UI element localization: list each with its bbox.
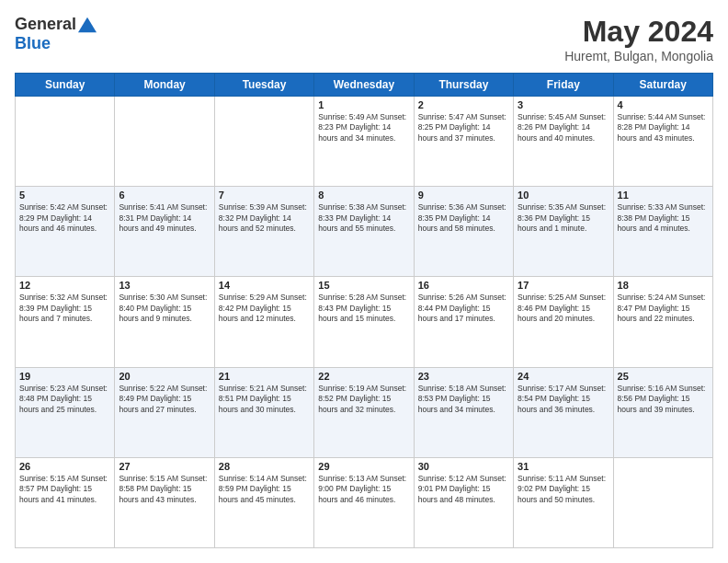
calendar-cell: 23Sunrise: 5:18 AM Sunset: 8:53 PM Dayli… [414, 367, 513, 457]
cell-text: Sunrise: 5:47 AM Sunset: 8:25 PM Dayligh… [418, 112, 509, 144]
day-number: 3 [518, 99, 609, 110]
day-number: 23 [418, 371, 509, 382]
day-number: 31 [518, 461, 609, 472]
calendar-cell: 31Sunrise: 5:11 AM Sunset: 9:02 PM Dayli… [514, 457, 613, 547]
col-wednesday: Wednesday [314, 74, 414, 97]
cell-text: Sunrise: 5:26 AM Sunset: 8:44 PM Dayligh… [418, 293, 509, 324]
calendar-week-5: 26Sunrise: 5:15 AM Sunset: 8:57 PM Dayli… [16, 457, 713, 547]
cell-text: Sunrise: 5:24 AM Sunset: 8:47 PM Dayligh… [618, 293, 709, 324]
cell-text: Sunrise: 5:38 AM Sunset: 8:33 PM Dayligh… [318, 202, 409, 234]
cell-text: Sunrise: 5:12 AM Sunset: 9:01 PM Dayligh… [418, 474, 509, 505]
cell-text: Sunrise: 5:22 AM Sunset: 8:49 PM Dayligh… [119, 384, 210, 415]
cell-text: Sunrise: 5:21 AM Sunset: 8:51 PM Dayligh… [219, 384, 310, 415]
logo-blue: Blue [15, 34, 51, 52]
col-monday: Monday [115, 74, 214, 97]
day-number: 16 [418, 280, 509, 291]
day-number: 27 [119, 461, 210, 472]
cell-text: Sunrise: 5:42 AM Sunset: 8:29 PM Dayligh… [19, 202, 110, 234]
day-number: 28 [219, 461, 310, 472]
calendar-cell [16, 97, 115, 187]
cell-text: Sunrise: 5:35 AM Sunset: 8:36 PM Dayligh… [518, 202, 609, 234]
calendar-cell: 2Sunrise: 5:47 AM Sunset: 8:25 PM Daylig… [414, 97, 513, 187]
cell-text: Sunrise: 5:15 AM Sunset: 8:58 PM Dayligh… [119, 474, 210, 505]
day-number: 30 [418, 461, 509, 472]
calendar-cell: 15Sunrise: 5:28 AM Sunset: 8:43 PM Dayli… [314, 277, 414, 367]
location-subtitle: Huremt, Bulgan, Mongolia [564, 49, 713, 63]
day-number: 9 [418, 190, 509, 201]
calendar-header-row: Sunday Monday Tuesday Wednesday Thursday… [16, 74, 713, 97]
cell-text: Sunrise: 5:33 AM Sunset: 8:38 PM Dayligh… [618, 202, 709, 234]
day-number: 7 [219, 190, 310, 201]
header: General Blue May 2024 Huremt, Bulgan, Mo… [15, 15, 713, 63]
cell-text: Sunrise: 5:23 AM Sunset: 8:48 PM Dayligh… [19, 384, 110, 415]
cell-text: Sunrise: 5:49 AM Sunset: 8:23 PM Dayligh… [318, 112, 409, 144]
col-sunday: Sunday [16, 74, 115, 97]
cell-text: Sunrise: 5:14 AM Sunset: 8:59 PM Dayligh… [219, 474, 310, 505]
calendar-cell: 28Sunrise: 5:14 AM Sunset: 8:59 PM Dayli… [214, 457, 313, 547]
logo-icon [78, 16, 97, 34]
calendar-cell: 20Sunrise: 5:22 AM Sunset: 8:49 PM Dayli… [115, 367, 214, 457]
day-number: 14 [219, 280, 310, 291]
calendar-cell: 10Sunrise: 5:35 AM Sunset: 8:36 PM Dayli… [514, 187, 613, 277]
day-number: 6 [119, 190, 210, 201]
day-number: 4 [618, 99, 709, 110]
day-number: 21 [219, 371, 310, 382]
calendar-week-2: 5Sunrise: 5:42 AM Sunset: 8:29 PM Daylig… [16, 187, 713, 277]
calendar-cell: 18Sunrise: 5:24 AM Sunset: 8:47 PM Dayli… [613, 277, 712, 367]
cell-text: Sunrise: 5:15 AM Sunset: 8:57 PM Dayligh… [19, 474, 110, 505]
calendar-cell: 21Sunrise: 5:21 AM Sunset: 8:51 PM Dayli… [214, 367, 313, 457]
logo-general: General [15, 15, 76, 34]
calendar-cell [115, 97, 214, 187]
cell-text: Sunrise: 5:19 AM Sunset: 8:52 PM Dayligh… [318, 384, 409, 415]
calendar-cell: 13Sunrise: 5:30 AM Sunset: 8:40 PM Dayli… [115, 277, 214, 367]
calendar-cell: 27Sunrise: 5:15 AM Sunset: 8:58 PM Dayli… [115, 457, 214, 547]
cell-text: Sunrise: 5:13 AM Sunset: 9:00 PM Dayligh… [318, 474, 409, 505]
day-number: 5 [19, 190, 110, 201]
calendar-cell: 9Sunrise: 5:36 AM Sunset: 8:35 PM Daylig… [414, 187, 513, 277]
calendar-week-3: 12Sunrise: 5:32 AM Sunset: 8:39 PM Dayli… [16, 277, 713, 367]
day-number: 8 [318, 190, 409, 201]
calendar-cell [613, 457, 712, 547]
calendar-cell: 24Sunrise: 5:17 AM Sunset: 8:54 PM Dayli… [514, 367, 613, 457]
cell-text: Sunrise: 5:44 AM Sunset: 8:28 PM Dayligh… [618, 112, 709, 144]
calendar-cell: 3Sunrise: 5:45 AM Sunset: 8:26 PM Daylig… [514, 97, 613, 187]
cell-text: Sunrise: 5:45 AM Sunset: 8:26 PM Dayligh… [518, 112, 609, 144]
cell-text: Sunrise: 5:28 AM Sunset: 8:43 PM Dayligh… [318, 293, 409, 324]
col-saturday: Saturday [613, 74, 712, 97]
logo: General Blue [15, 15, 97, 53]
cell-text: Sunrise: 5:29 AM Sunset: 8:42 PM Dayligh… [219, 293, 310, 324]
cell-text: Sunrise: 5:41 AM Sunset: 8:31 PM Dayligh… [119, 202, 210, 234]
calendar-cell: 6Sunrise: 5:41 AM Sunset: 8:31 PM Daylig… [115, 187, 214, 277]
page: General Blue May 2024 Huremt, Bulgan, Mo… [0, 0, 728, 563]
cell-text: Sunrise: 5:36 AM Sunset: 8:35 PM Dayligh… [418, 202, 509, 234]
day-number: 10 [518, 190, 609, 201]
day-number: 15 [318, 280, 409, 291]
calendar-cell: 8Sunrise: 5:38 AM Sunset: 8:33 PM Daylig… [314, 187, 414, 277]
cell-text: Sunrise: 5:39 AM Sunset: 8:32 PM Dayligh… [219, 202, 310, 234]
day-number: 12 [19, 280, 110, 291]
calendar-cell: 7Sunrise: 5:39 AM Sunset: 8:32 PM Daylig… [214, 187, 313, 277]
calendar-week-1: 1Sunrise: 5:49 AM Sunset: 8:23 PM Daylig… [16, 97, 713, 187]
day-number: 1 [318, 99, 409, 110]
day-number: 29 [318, 461, 409, 472]
calendar-cell: 19Sunrise: 5:23 AM Sunset: 8:48 PM Dayli… [16, 367, 115, 457]
cell-text: Sunrise: 5:25 AM Sunset: 8:46 PM Dayligh… [518, 293, 609, 324]
day-number: 17 [518, 280, 609, 291]
day-number: 2 [418, 99, 509, 110]
cell-text: Sunrise: 5:17 AM Sunset: 8:54 PM Dayligh… [518, 384, 609, 415]
month-title: May 2024 [564, 15, 713, 49]
title-block: May 2024 Huremt, Bulgan, Mongolia [564, 15, 713, 63]
calendar-cell: 16Sunrise: 5:26 AM Sunset: 8:44 PM Dayli… [414, 277, 513, 367]
cell-text: Sunrise: 5:11 AM Sunset: 9:02 PM Dayligh… [518, 474, 609, 505]
day-number: 18 [618, 280, 709, 291]
svg-marker-0 [78, 17, 97, 32]
day-number: 26 [19, 461, 110, 472]
day-number: 24 [518, 371, 609, 382]
day-number: 25 [618, 371, 709, 382]
calendar-cell: 4Sunrise: 5:44 AM Sunset: 8:28 PM Daylig… [613, 97, 712, 187]
calendar: Sunday Monday Tuesday Wednesday Thursday… [15, 73, 713, 548]
cell-text: Sunrise: 5:16 AM Sunset: 8:56 PM Dayligh… [618, 384, 709, 415]
calendar-cell: 11Sunrise: 5:33 AM Sunset: 8:38 PM Dayli… [613, 187, 712, 277]
calendar-cell: 25Sunrise: 5:16 AM Sunset: 8:56 PM Dayli… [613, 367, 712, 457]
cell-text: Sunrise: 5:30 AM Sunset: 8:40 PM Dayligh… [119, 293, 210, 324]
